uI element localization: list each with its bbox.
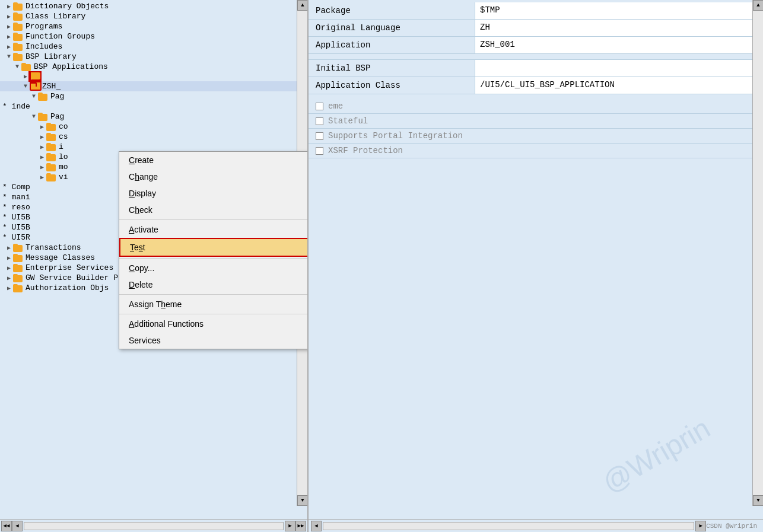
tree-item-unnamed[interactable]: ▶ — [0, 72, 307, 81]
scroll-track-horizontal[interactable] — [24, 522, 284, 530]
right-scroll-down[interactable]: ▼ — [753, 495, 763, 506]
csdn-watermark: CSDN @Wriprin — [706, 523, 762, 530]
checkbox-xsrf[interactable] — [316, 147, 323, 155]
folder-icon — [46, 123, 57, 131]
right-vertical-scrollbar[interactable]: ▲ ▼ — [752, 0, 763, 506]
folder-icon-selected — [30, 72, 40, 81]
tree-item-class-library[interactable]: ▶ Class Library — [0, 11, 307, 21]
form-row-application-class: Application Class /UI5/CL_UI5_BSP_APPLIC… — [309, 77, 763, 94]
menu-label-check: Check — [129, 205, 152, 215]
menu-label-copy: Copy... — [129, 263, 154, 273]
form-label-package: Package — [309, 2, 475, 19]
tree-item-page2[interactable]: ▼ Pag — [0, 112, 307, 122]
tree-label: BSP Library — [26, 52, 77, 61]
checkbox-label-portal: Supports Portal Integration — [328, 131, 463, 141]
tree-item-includes[interactable]: ▶ Includes — [0, 42, 307, 52]
folder-icon — [13, 244, 24, 252]
scroll-down-btn[interactable]: ▼ — [297, 495, 308, 506]
menu-item-services[interactable]: Services ▶ — [119, 332, 309, 349]
checkbox-label-stateful: Stateful — [328, 116, 368, 126]
tree-item-index[interactable]: * inde — [0, 101, 307, 112]
menu-item-check[interactable]: Check ▶ — [119, 202, 309, 218]
tree-label: lo — [59, 152, 68, 161]
scroll-nav-left-left[interactable]: ◀◀ — [1, 521, 12, 531]
tree-label: i — [59, 142, 63, 151]
form-value-initial-bsp — [475, 60, 763, 77]
tree-item-dict-objects[interactable]: ▶ Dictionary Objects — [0, 1, 307, 11]
tree-label: BSP Applications — [34, 62, 108, 71]
tree-item-bsp-library[interactable]: ▼ BSP Library — [0, 52, 307, 62]
form-row-stateful: Stateful — [309, 114, 763, 129]
right-scroll-up[interactable]: ▲ — [753, 0, 763, 11]
arrow-icon: ▼ — [30, 93, 38, 100]
bottom-right-scroll-left[interactable]: ◀ — [311, 521, 322, 531]
form-row-package: Package $TMP — [309, 2, 763, 20]
bottom-right-scroll-right[interactable]: ▶ — [695, 521, 706, 531]
folder-icon — [38, 93, 49, 101]
scroll-nav-right-right[interactable]: ▶▶ — [295, 521, 306, 531]
scroll-nav-left[interactable]: ◀ — [12, 521, 23, 531]
menu-item-create[interactable]: Create ▶ — [119, 152, 309, 168]
menu-item-change[interactable]: Change — [119, 168, 309, 185]
tree-label: ZSH_ — [42, 82, 61, 91]
tree-item-programs[interactable]: ▶ Programs — [0, 21, 307, 31]
scroll-up-btn[interactable]: ▲ — [297, 0, 308, 11]
folder-icon — [46, 133, 57, 141]
arrow-icon: ▶ — [38, 123, 46, 130]
tree-label: cs — [59, 132, 68, 141]
folder-icon — [46, 173, 57, 181]
arrow-icon: ▶ — [5, 275, 13, 282]
form-label-initial-bsp: Initial BSP — [309, 60, 475, 77]
tree-item-i[interactable]: ▶ i — [0, 142, 307, 152]
tree-item-zsh[interactable]: ▼ ZSH_ — [0, 81, 307, 91]
menu-item-copy[interactable]: Copy... — [119, 260, 309, 276]
tree-label: * mani — [2, 193, 30, 202]
form-label-application-class: Application Class — [309, 77, 475, 94]
arrow-icon: ▶ — [21, 73, 30, 80]
form-label-original-language: Original Language — [309, 20, 475, 36]
tree-label: * Comp — [2, 183, 30, 192]
folder-icon — [46, 143, 57, 151]
menu-separator-1 — [119, 219, 309, 220]
tree-item-page1[interactable]: ▼ Pag — [0, 91, 307, 101]
tree-label: * UI5B — [2, 223, 30, 232]
arrow-icon: ▶ — [5, 265, 13, 272]
menu-item-activate[interactable]: Activate — [119, 221, 309, 238]
checkbox-eme[interactable] — [316, 103, 323, 110]
arrow-icon: ▶ — [5, 43, 13, 50]
tree-item-function-groups[interactable]: ▶ Function Groups — [0, 31, 307, 42]
folder-icon — [13, 23, 24, 31]
scroll-nav-right[interactable]: ▶ — [285, 521, 295, 531]
menu-separator-3 — [119, 294, 309, 295]
tree-label: Enterprise Services — [26, 263, 113, 272]
tree-item-bsp-applications[interactable]: ▼ BSP Applications — [0, 62, 307, 72]
checkbox-portal[interactable] — [316, 132, 323, 140]
menu-item-test[interactable]: Test — [119, 238, 309, 257]
arrow-icon: ▶ — [38, 164, 46, 171]
tree-label: vi — [59, 173, 68, 181]
tree-label: * reso — [2, 203, 30, 212]
folder-icon — [13, 53, 24, 61]
form-row-spacer — [309, 54, 763, 60]
checkbox-stateful[interactable] — [316, 117, 323, 125]
form-row-initial-bsp: Initial BSP — [309, 60, 763, 77]
menu-item-display[interactable]: Display ▶ — [119, 185, 309, 202]
menu-label-display: Display — [129, 189, 156, 198]
menu-label-assign-theme: Assign Theme — [129, 300, 182, 309]
bottom-right-scroll-track[interactable] — [323, 522, 694, 530]
tree-label: * UI5B — [2, 213, 30, 222]
bottom-bar: ◀◀ ◀ ▶ ▶▶ ◀ ▶ CSDN @Wriprin — [0, 519, 763, 532]
tree-item-co[interactable]: ▶ co — [0, 122, 307, 132]
menu-item-assign-theme[interactable]: Assign Theme — [119, 296, 309, 313]
menu-item-delete[interactable]: Delete — [119, 276, 309, 293]
form-row-original-language: Original Language ZH — [309, 20, 763, 37]
menu-label-additional-functions: Additional Functions — [129, 319, 204, 329]
folder-icon — [46, 163, 57, 171]
folder-icon — [13, 254, 24, 262]
folder-icon — [13, 2, 24, 11]
menu-label-activate: Activate — [129, 225, 158, 234]
menu-item-additional-functions[interactable]: Additional Functions ▶ — [119, 316, 309, 332]
form-value-package: $TMP — [475, 2, 763, 19]
tree-item-cs[interactable]: ▶ cs — [0, 132, 307, 142]
folder-icon — [13, 12, 24, 21]
